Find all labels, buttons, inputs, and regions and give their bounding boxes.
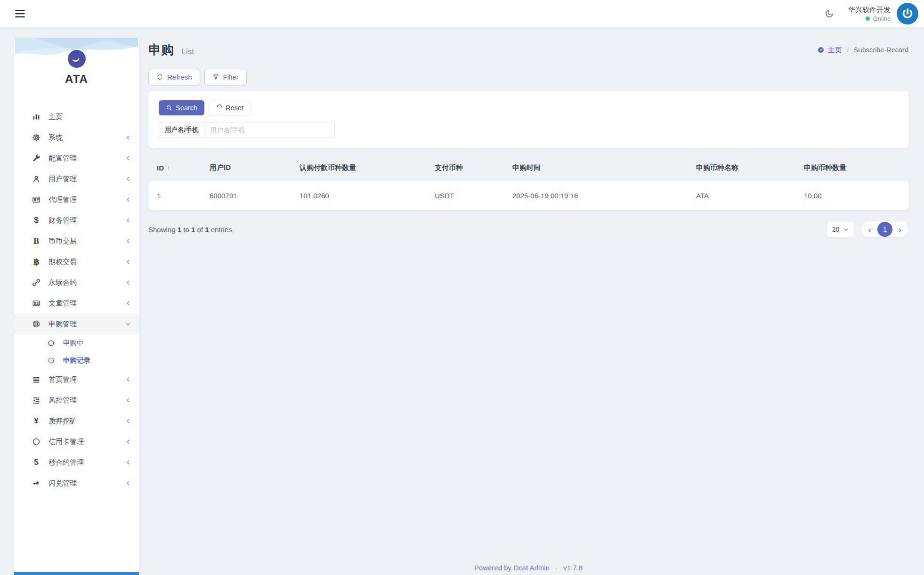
chevron-down-icon bbox=[843, 227, 849, 232]
sidebar-subitem-subscribe-record[interactable]: 申购记录 bbox=[14, 352, 139, 369]
breadcrumb-home-link[interactable]: 主页 bbox=[817, 46, 842, 55]
sidebar-item-label: 文章管理 bbox=[49, 299, 125, 308]
dcat-admin-link[interactable]: Dcat Admin bbox=[513, 564, 550, 572]
sidebar-item-subscribe[interactable]: 申购管理 bbox=[14, 314, 139, 334]
five-icon: 5 bbox=[31, 458, 41, 467]
sidebar-item-label: 系统 bbox=[49, 133, 125, 142]
page-title: 申购 bbox=[148, 43, 174, 57]
sidebar-item-label: 永续合约 bbox=[49, 278, 125, 287]
table-row: 16000791101.0260USDT2025-06-19 00:19:16A… bbox=[148, 181, 908, 210]
sidebar-subitem-subscribing[interactable]: 申购中 bbox=[14, 334, 139, 352]
sidebar-item-risk-control[interactable]: 风控管理 bbox=[14, 390, 139, 411]
username-phone-field-label: 用户名/手机 bbox=[159, 122, 204, 138]
sidebar-item-perpetual-contract[interactable]: 永续合约 bbox=[14, 272, 139, 293]
search-button[interactable]: Search bbox=[159, 100, 204, 115]
sidebar-item-articles[interactable]: 文章管理 bbox=[14, 293, 139, 314]
list-icon bbox=[31, 375, 41, 384]
dog-icon bbox=[31, 479, 41, 487]
bitcoin-icon: ฿ bbox=[31, 257, 41, 267]
column-header: 申购币种数量 bbox=[795, 163, 908, 172]
chevron-left-icon bbox=[125, 397, 131, 404]
sidebar-item-config[interactable]: 配置管理 bbox=[14, 148, 139, 169]
sidebar-nav: 主页系统配置管理用户管理代理管理$财务管理B币币交易฿期权交易永续合约文章管理申… bbox=[14, 106, 139, 494]
sidebar-item-spot-trading[interactable]: B币币交易 bbox=[14, 231, 139, 251]
table-cell: 2025-06-19 00:19:16 bbox=[504, 192, 688, 200]
column-header: 支付币种 bbox=[426, 163, 504, 172]
sidebar-item-home-page[interactable]: 首页管理 bbox=[14, 369, 139, 390]
username-phone-input[interactable] bbox=[204, 122, 334, 138]
sidebar-item-options-trading[interactable]: ฿期权交易 bbox=[14, 251, 139, 272]
current-page-button[interactable]: 1 bbox=[877, 222, 892, 237]
sidebar-item-label: 质押挖矿 bbox=[49, 417, 125, 426]
user-menu[interactable]: 华兴软件开发 Online bbox=[848, 3, 918, 24]
chevron-left-icon bbox=[125, 459, 131, 466]
table-cell: USDT bbox=[426, 192, 504, 200]
chevron-left-icon bbox=[125, 279, 131, 286]
dashboard-icon bbox=[817, 46, 825, 54]
page-subtitle: List bbox=[181, 47, 194, 56]
yen-icon: ¥ bbox=[31, 416, 41, 426]
column-header: 用户ID bbox=[201, 163, 291, 172]
chevron-left-icon bbox=[125, 238, 131, 244]
pagination: ‹ 1 › bbox=[861, 221, 908, 237]
life-ring-icon bbox=[31, 320, 41, 328]
online-status-label: Online bbox=[873, 15, 891, 22]
chevron-left-icon bbox=[125, 196, 131, 203]
sidebar-item-home[interactable]: 主页 bbox=[14, 106, 139, 127]
table-header-row: ID↑用户ID认购付款币种数量支付币种申购时间申购币种名称申购币种数量 bbox=[148, 157, 908, 178]
sidebar-item-seconds-contract[interactable]: 5秒合约管理 bbox=[14, 452, 139, 473]
sidebar-item-users[interactable]: 用户管理 bbox=[14, 169, 139, 189]
dark-mode-toggle[interactable] bbox=[823, 7, 836, 20]
version-label: v1.7.8 bbox=[563, 564, 583, 572]
sidebar: ATA 主页系统配置管理用户管理代理管理$财务管理B币币交易฿期权交易永续合约文… bbox=[14, 38, 139, 575]
sidebar-item-finance[interactable]: $财务管理 bbox=[14, 210, 139, 231]
circle-icon bbox=[46, 357, 56, 364]
filter-icon bbox=[212, 73, 219, 81]
letter-b-icon: B bbox=[31, 236, 41, 246]
filter-button[interactable]: Filter bbox=[204, 69, 247, 85]
previous-page-button[interactable]: ‹ bbox=[866, 225, 874, 234]
reset-button[interactable]: Reset bbox=[208, 100, 251, 115]
refresh-button[interactable]: Refresh bbox=[148, 69, 200, 85]
sidebar-item-label: 主页 bbox=[49, 113, 131, 121]
avatar bbox=[897, 3, 918, 24]
online-status-dot bbox=[866, 16, 870, 21]
newspaper-icon bbox=[31, 299, 41, 308]
chevron-left-icon bbox=[125, 259, 131, 265]
sidebar-item-label: 首页管理 bbox=[49, 375, 125, 384]
sidebar-item-label: 用户管理 bbox=[49, 175, 125, 184]
sidebar-item-credit-card[interactable]: 信用卡管理 bbox=[14, 431, 139, 452]
search-panel: Search Reset 用户名/手机 bbox=[148, 91, 908, 148]
chevron-left-icon bbox=[125, 155, 131, 162]
sidebar-item-label: 币币交易 bbox=[49, 237, 125, 246]
column-header[interactable]: ID↑ bbox=[148, 164, 201, 172]
chevron-left-icon bbox=[125, 134, 131, 141]
outdent-icon bbox=[31, 396, 41, 405]
user-icon bbox=[31, 175, 41, 183]
per-page-select[interactable]: 20 bbox=[827, 222, 854, 237]
circle-icon bbox=[31, 437, 41, 446]
sidebar-item-agents[interactable]: 代理管理 bbox=[14, 189, 139, 210]
sidebar-subitem-label: 申购中 bbox=[63, 339, 131, 348]
username-phone-field-group: 用户名/手机 bbox=[159, 122, 335, 138]
menu-icon bbox=[15, 9, 25, 18]
table-cell: 1 bbox=[148, 192, 201, 200]
sidebar-item-label: 信用卡管理 bbox=[49, 437, 125, 446]
sidebar-item-system[interactable]: 系统 bbox=[14, 127, 139, 148]
column-header: 申购币种名称 bbox=[688, 163, 795, 172]
wrench-icon bbox=[31, 154, 41, 162]
sidebar-item-label: 申购管理 bbox=[49, 320, 125, 329]
chevron-left-icon bbox=[125, 418, 131, 424]
grid-toolbar: Refresh Filter bbox=[148, 69, 908, 85]
circle-icon bbox=[46, 340, 56, 347]
breadcrumb: 主页 / Subscribe-Record bbox=[817, 46, 908, 55]
sidebar-item-label: 配置管理 bbox=[49, 154, 125, 163]
sidebar-item-staking-mining[interactable]: ¥质押挖矿 bbox=[14, 411, 139, 431]
column-header: 申购时间 bbox=[504, 163, 688, 172]
sidebar-subitem-label: 申购记录 bbox=[63, 356, 131, 365]
table-body: 16000791101.0260USDT2025-06-19 00:19:16A… bbox=[148, 181, 908, 210]
page-footer: Powered by Dcat Admin · v1.7.8 bbox=[148, 564, 908, 572]
sidebar-item-flash-exchange[interactable]: 闪兑管理 bbox=[14, 473, 139, 494]
next-page-button[interactable]: › bbox=[896, 225, 904, 234]
sidebar-toggle-button[interactable] bbox=[12, 7, 28, 21]
